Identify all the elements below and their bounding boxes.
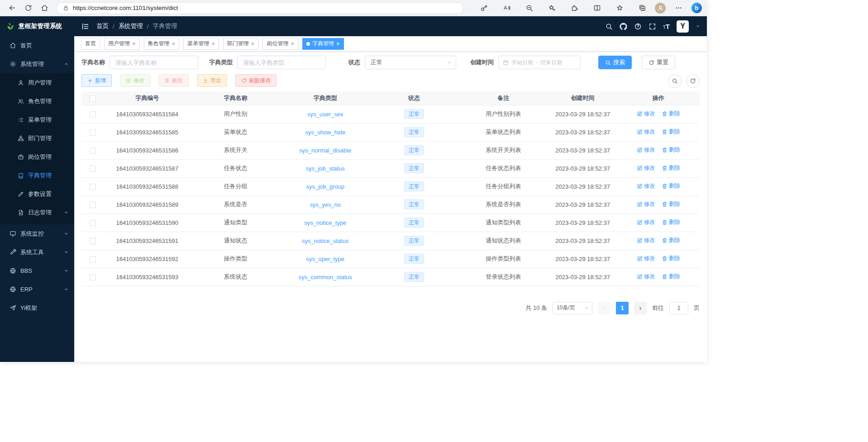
table-row[interactable]: 1641030593246531589 系统是否 sys_yes_no 正常 系…	[81, 195, 700, 214]
refresh-table-button[interactable]	[686, 74, 700, 88]
table-row[interactable]: 1641030593246531587 任务状态 sys_job_status …	[81, 159, 700, 177]
row-delete-link[interactable]: 删除	[662, 110, 680, 118]
row-delete-link[interactable]: 删除	[662, 219, 680, 226]
search-button[interactable]: 搜索	[598, 56, 632, 69]
zoom-button[interactable]	[523, 2, 535, 14]
row-delete-link[interactable]: 删除	[662, 237, 680, 244]
prev-page-button[interactable]: ‹	[598, 302, 610, 314]
dict-type-link[interactable]: sys_show_hide	[305, 129, 345, 136]
sidebar-item-home[interactable]: 首页	[0, 36, 74, 55]
close-icon[interactable]: ×	[336, 41, 340, 47]
sidebar-item-dept-management[interactable]: 部门管理	[0, 129, 74, 147]
page-size-select[interactable]: 10条/页	[553, 302, 592, 314]
row-checkbox[interactable]	[90, 238, 96, 244]
close-icon[interactable]: ×	[251, 41, 255, 47]
dict-type-link[interactable]: sys_notice_status	[302, 238, 348, 244]
favorites-button[interactable]	[613, 2, 626, 14]
goto-page-input[interactable]	[669, 302, 688, 314]
toggle-search-button[interactable]	[668, 74, 682, 88]
edit-button[interactable]: 修改	[120, 74, 150, 87]
chevron-down-icon[interactable]	[696, 24, 700, 29]
row-delete-link[interactable]: 删除	[662, 273, 680, 280]
dict-type-link[interactable]: sys_user_sex	[307, 111, 343, 118]
browser-home-button[interactable]	[38, 2, 51, 14]
tab-dict-management[interactable]: 字典管理×	[302, 38, 344, 50]
row-edit-link[interactable]: 修改	[637, 182, 655, 190]
row-checkbox[interactable]	[90, 166, 96, 172]
sidebar-item-yi-framework[interactable]: Yi框架	[0, 299, 74, 317]
browser-refresh-button[interactable]	[22, 2, 34, 14]
row-delete-link[interactable]: 删除	[662, 146, 680, 154]
dict-type-link[interactable]: sys_oper_type	[306, 256, 344, 262]
breadcrumb-system[interactable]: 系统管理	[119, 22, 143, 30]
status-select[interactable]: 正常	[365, 56, 456, 69]
sidebar-item-system-monitor[interactable]: 系统监控	[0, 224, 74, 243]
row-edit-link[interactable]: 修改	[637, 200, 655, 208]
close-icon[interactable]: ×	[291, 41, 294, 47]
row-checkbox[interactable]	[90, 184, 96, 190]
row-checkbox[interactable]	[90, 111, 96, 118]
sidebar-item-system-management[interactable]: 系统管理	[0, 55, 74, 73]
row-checkbox[interactable]	[90, 220, 96, 226]
browser-profile-avatar[interactable]	[655, 3, 666, 14]
dict-type-link[interactable]: sys_yes_no	[310, 201, 341, 208]
add-favorite-button[interactable]	[545, 2, 558, 14]
row-checkbox[interactable]	[90, 147, 96, 154]
hamburger-icon[interactable]	[81, 22, 90, 31]
dict-type-link[interactable]: sys_notice_type	[304, 219, 346, 226]
extensions-button[interactable]	[568, 2, 581, 14]
row-edit-link[interactable]: 修改	[637, 255, 655, 262]
table-row[interactable]: 1641030593246531584 用户性别 sys_user_sex 正常…	[81, 105, 700, 123]
refresh-cache-button[interactable]: 刷新缓存	[235, 74, 277, 87]
dict-name-input[interactable]	[110, 56, 198, 69]
bing-copilot-button[interactable]: b	[691, 2, 702, 14]
row-delete-link[interactable]: 删除	[662, 164, 680, 172]
row-edit-link[interactable]: 修改	[637, 128, 655, 136]
row-edit-link[interactable]: 修改	[637, 146, 655, 154]
row-checkbox[interactable]	[90, 129, 96, 136]
search-icon[interactable]	[605, 23, 613, 30]
row-delete-link[interactable]: 删除	[662, 128, 680, 136]
sidebar-item-param-settings[interactable]: 参数设置	[0, 185, 74, 203]
close-icon[interactable]: ×	[172, 41, 176, 47]
reset-button[interactable]: 重置	[642, 56, 675, 69]
table-row[interactable]: 1641030593246531585 菜单状态 sys_show_hide 正…	[81, 123, 700, 141]
row-edit-link[interactable]: 修改	[637, 219, 655, 226]
browser-menu-button[interactable]	[672, 2, 685, 14]
breadcrumb-home[interactable]: 首页	[96, 22, 109, 30]
table-row[interactable]: 1641030593246531593 系统状态 sys_common_stat…	[81, 268, 700, 286]
github-icon[interactable]	[620, 23, 627, 30]
collections-button[interactable]	[636, 2, 649, 14]
user-avatar[interactable]: Y	[677, 20, 689, 33]
address-bar[interactable]: https://ccnetcore.com:1101/system/dict	[56, 2, 463, 14]
help-icon[interactable]	[634, 23, 642, 30]
row-delete-link[interactable]: 删除	[662, 182, 680, 190]
tab-dept-management[interactable]: 部门管理×	[223, 38, 259, 50]
dict-type-link[interactable]: sys_job_status	[306, 165, 345, 172]
add-button[interactable]: 新增	[81, 74, 112, 87]
select-all-checkbox[interactable]	[90, 95, 96, 102]
tab-user-management[interactable]: 用户管理×	[104, 38, 140, 50]
close-icon[interactable]: ×	[132, 41, 136, 47]
sidebar-item-role-management[interactable]: 角色管理	[0, 92, 74, 110]
font-size-icon[interactable]: TT	[663, 23, 670, 30]
row-checkbox[interactable]	[90, 274, 96, 280]
split-screen-button[interactable]	[591, 2, 603, 14]
sidebar-item-system-tools[interactable]: 系统工具	[0, 243, 74, 261]
tab-menu-management[interactable]: 菜单管理×	[183, 38, 219, 50]
row-delete-link[interactable]: 删除	[662, 200, 680, 208]
table-row[interactable]: 1641030593246531590 通知类型 sys_notice_type…	[81, 214, 700, 232]
password-manager-button[interactable]	[477, 2, 490, 14]
tab-home[interactable]: 首页	[81, 38, 100, 50]
row-edit-link[interactable]: 修改	[637, 110, 655, 118]
table-row[interactable]: 1641030593246531588 任务分组 sys_job_group 正…	[81, 177, 700, 195]
row-delete-link[interactable]: 删除	[662, 255, 680, 262]
sidebar-item-menu-management[interactable]: 菜单管理	[0, 110, 74, 129]
row-edit-link[interactable]: 修改	[637, 237, 655, 244]
sidebar-item-log-management[interactable]: 日志管理	[0, 203, 74, 222]
dict-type-link[interactable]: sys_job_group	[306, 183, 344, 190]
row-checkbox[interactable]	[90, 202, 96, 208]
date-range-picker[interactable]: 开始日期 - 结束日期	[498, 56, 581, 69]
sidebar-item-bbs[interactable]: BBS	[0, 261, 74, 280]
read-aloud-button[interactable]: A	[500, 2, 513, 14]
